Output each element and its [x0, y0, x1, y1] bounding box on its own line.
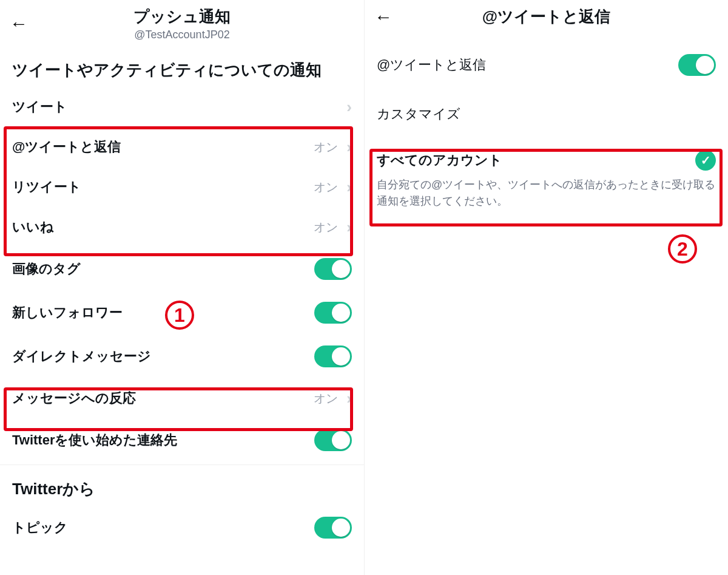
back-arrow-icon[interactable]: ← [374, 8, 399, 26]
page-title: @ツイートと返信 [399, 6, 694, 27]
header: ← プッシュ通知 @TestAccountJP02 [0, 0, 364, 46]
page-title: プッシュ通知 [34, 6, 330, 27]
row-label: トピック [12, 519, 314, 537]
row-label: メッセージへの反応 [12, 389, 314, 407]
section-title-from-twitter: Twitterから [0, 465, 364, 506]
chevron-right-icon: › [346, 179, 352, 195]
row-value: オン [314, 390, 338, 407]
annotation-number-badge-2: 2 [668, 234, 697, 264]
section-title-customize: カスタマイズ [365, 105, 728, 123]
row-value: オン [314, 219, 338, 236]
row-message-reactions[interactable]: メッセージへの反応 オン › [0, 378, 364, 418]
row-label: すべてのアカウント [377, 151, 695, 169]
header-titles: @ツイートと返信 [399, 6, 718, 27]
row-label: いいね [12, 218, 314, 236]
toggle-direct-messages[interactable] [314, 345, 352, 367]
annotation-number: 2 [677, 238, 688, 260]
chevron-right-icon: › [346, 99, 352, 115]
row-all-accounts[interactable]: すべてのアカウント ✓ [365, 139, 728, 177]
row-value: オン [314, 139, 338, 155]
row-label: ツイート [12, 98, 346, 116]
back-arrow-icon[interactable]: ← [10, 15, 34, 33]
row-label: @ツイートと返信 [12, 138, 314, 156]
toggle-contacts-joined[interactable] [314, 429, 352, 451]
row-topics: トピック [0, 506, 364, 549]
section-title-activity: ツイートやアクティビティについての通知 [0, 46, 364, 87]
chevron-right-icon: › [346, 390, 352, 406]
chevron-right-icon: › [346, 219, 352, 235]
row-tweets[interactable]: ツイート › [0, 87, 364, 127]
row-likes[interactable]: いいね オン › [0, 207, 364, 247]
row-direct-messages: ダイレクトメッセージ [0, 335, 364, 378]
screen-push-notifications: ← プッシュ通知 @TestAccountJP02 ツイートやアクティビティにつ… [0, 0, 364, 575]
header: ← @ツイートと返信 [365, 0, 728, 32]
chevron-right-icon: › [346, 139, 352, 155]
toggle-topics[interactable] [314, 517, 352, 539]
row-label: Twitterを使い始めた連絡先 [12, 431, 314, 449]
row-mentions-replies[interactable]: @ツイートと返信 オン › [0, 127, 364, 167]
row-label: ダイレクトメッセージ [12, 347, 314, 366]
row-value: オン [314, 179, 338, 196]
row-label: 画像のタグ [12, 260, 314, 278]
toggle-photo-tags[interactable] [314, 258, 352, 280]
row-label: リツイート [12, 178, 314, 196]
row-contacts-joined: Twitterを使い始めた連絡先 [0, 418, 364, 462]
row-new-followers: 新しいフォロワー [0, 291, 364, 335]
row-label: @ツイートと返信 [377, 56, 678, 74]
screen-mentions-replies: ← @ツイートと返信 @ツイートと返信 カスタマイズ すべてのアカウント ✓ 自… [364, 0, 728, 575]
row-photo-tags: 画像のタグ [0, 247, 364, 291]
row-label: 新しいフォロワー [12, 304, 314, 322]
check-icon: ✓ [695, 150, 716, 171]
header-titles: プッシュ通知 @TestAccountJP02 [34, 6, 354, 41]
toggle-new-followers[interactable] [314, 302, 352, 324]
row-retweets[interactable]: リツイート オン › [0, 167, 364, 207]
toggle-mentions-replies[interactable] [678, 54, 716, 76]
row-mentions-replies-toggle: @ツイートと返信 [365, 43, 728, 87]
page-subtitle: @TestAccountJP02 [34, 29, 330, 41]
row-subtitle: 自分宛ての@ツイートや、ツイートへの返信があったときに受け取る通知を選択してくだ… [365, 177, 728, 219]
